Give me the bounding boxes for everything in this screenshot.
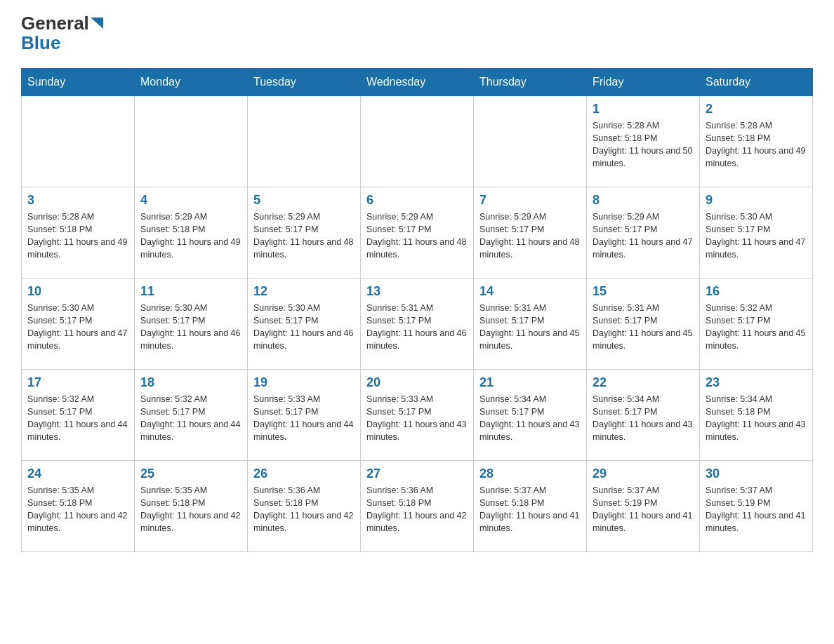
calendar-cell: 11Sunrise: 5:30 AMSunset: 5:17 PMDayligh… (135, 279, 248, 370)
calendar-cell: 14Sunrise: 5:31 AMSunset: 5:17 PMDayligh… (474, 279, 587, 370)
page-header: General Blue (21, 14, 813, 54)
calendar-cell: 8Sunrise: 5:29 AMSunset: 5:17 PMDaylight… (587, 187, 700, 279)
calendar-cell: 15Sunrise: 5:31 AMSunset: 5:17 PMDayligh… (587, 279, 700, 370)
day-info: Sunrise: 5:28 AMSunset: 5:18 PMDaylight:… (706, 119, 807, 170)
day-number: 5 (253, 193, 355, 208)
day-number: 30 (706, 467, 807, 481)
day-number: 4 (140, 193, 241, 208)
calendar-header-wednesday: Wednesday (361, 69, 474, 96)
day-info: Sunrise: 5:36 AMSunset: 5:18 PMDaylight:… (366, 484, 468, 535)
day-info: Sunrise: 5:33 AMSunset: 5:17 PMDaylight:… (366, 393, 468, 444)
day-info: Sunrise: 5:31 AMSunset: 5:17 PMDaylight:… (366, 302, 468, 353)
day-info: Sunrise: 5:29 AMSunset: 5:17 PMDaylight:… (253, 210, 355, 262)
day-number: 22 (593, 375, 694, 390)
day-info: Sunrise: 5:29 AMSunset: 5:17 PMDaylight:… (593, 210, 694, 262)
day-number: 23 (706, 375, 807, 390)
day-number: 6 (366, 193, 468, 208)
day-number: 29 (593, 467, 694, 481)
day-info: Sunrise: 5:30 AMSunset: 5:17 PMDaylight:… (706, 210, 807, 262)
calendar-cell: 24Sunrise: 5:35 AMSunset: 5:18 PMDayligh… (22, 461, 135, 552)
day-info: Sunrise: 5:29 AMSunset: 5:17 PMDaylight:… (366, 210, 468, 262)
day-info: Sunrise: 5:37 AMSunset: 5:19 PMDaylight:… (706, 484, 807, 535)
calendar-cell: 27Sunrise: 5:36 AMSunset: 5:18 PMDayligh… (361, 461, 474, 552)
week-row-4: 17Sunrise: 5:32 AMSunset: 5:17 PMDayligh… (22, 370, 813, 461)
day-info: Sunrise: 5:34 AMSunset: 5:17 PMDaylight:… (479, 393, 581, 444)
calendar-cell: 17Sunrise: 5:32 AMSunset: 5:17 PMDayligh… (22, 370, 135, 461)
day-number: 7 (479, 193, 581, 208)
day-number: 9 (706, 193, 807, 208)
calendar-cell: 28Sunrise: 5:37 AMSunset: 5:18 PMDayligh… (474, 461, 587, 552)
day-info: Sunrise: 5:37 AMSunset: 5:18 PMDaylight:… (479, 484, 581, 535)
day-info: Sunrise: 5:31 AMSunset: 5:17 PMDaylight:… (479, 302, 581, 353)
calendar-cell: 22Sunrise: 5:34 AMSunset: 5:17 PMDayligh… (587, 370, 700, 461)
day-number: 24 (27, 467, 128, 481)
calendar-cell: 3Sunrise: 5:28 AMSunset: 5:18 PMDaylight… (22, 187, 135, 279)
calendar-cell: 5Sunrise: 5:29 AMSunset: 5:17 PMDaylight… (248, 187, 361, 279)
calendar-cell: 10Sunrise: 5:30 AMSunset: 5:17 PMDayligh… (22, 279, 135, 370)
logo-triangle-icon (91, 18, 103, 30)
day-number: 2 (706, 102, 807, 116)
day-info: Sunrise: 5:33 AMSunset: 5:17 PMDaylight:… (253, 393, 355, 444)
calendar-table: SundayMondayTuesdayWednesdayThursdayFrid… (21, 68, 813, 552)
calendar-cell (22, 96, 135, 187)
calendar-cell: 1Sunrise: 5:28 AMSunset: 5:18 PMDaylight… (587, 96, 700, 187)
calendar-header-thursday: Thursday (474, 69, 587, 96)
day-info: Sunrise: 5:32 AMSunset: 5:17 PMDaylight:… (140, 393, 241, 444)
day-number: 15 (593, 284, 694, 299)
day-number: 12 (253, 284, 355, 299)
day-info: Sunrise: 5:30 AMSunset: 5:17 PMDaylight:… (253, 302, 355, 353)
day-number: 20 (366, 375, 468, 390)
calendar-cell: 30Sunrise: 5:37 AMSunset: 5:19 PMDayligh… (700, 461, 813, 552)
svg-marker-0 (91, 18, 103, 29)
day-number: 3 (27, 193, 128, 208)
calendar-cell: 6Sunrise: 5:29 AMSunset: 5:17 PMDaylight… (361, 187, 474, 279)
calendar-header-friday: Friday (587, 69, 700, 96)
logo-blue-text: Blue (21, 32, 60, 54)
calendar-header-monday: Monday (135, 69, 248, 96)
logo-general-text: General (21, 14, 89, 32)
day-number: 28 (479, 467, 581, 481)
week-row-3: 10Sunrise: 5:30 AMSunset: 5:17 PMDayligh… (22, 279, 813, 370)
calendar-header-sunday: Sunday (22, 69, 135, 96)
day-number: 26 (253, 467, 355, 481)
calendar-cell: 19Sunrise: 5:33 AMSunset: 5:17 PMDayligh… (248, 370, 361, 461)
calendar-cell: 16Sunrise: 5:32 AMSunset: 5:17 PMDayligh… (700, 279, 813, 370)
calendar-cell: 13Sunrise: 5:31 AMSunset: 5:17 PMDayligh… (361, 279, 474, 370)
day-info: Sunrise: 5:29 AMSunset: 5:18 PMDaylight:… (140, 210, 241, 262)
calendar-header-saturday: Saturday (700, 69, 813, 96)
day-info: Sunrise: 5:34 AMSunset: 5:18 PMDaylight:… (706, 393, 807, 444)
week-row-1: 1Sunrise: 5:28 AMSunset: 5:18 PMDaylight… (22, 96, 813, 187)
calendar-cell: 2Sunrise: 5:28 AMSunset: 5:18 PMDaylight… (700, 96, 813, 187)
day-number: 8 (593, 193, 694, 208)
day-info: Sunrise: 5:36 AMSunset: 5:18 PMDaylight:… (253, 484, 355, 535)
day-number: 14 (479, 284, 581, 299)
calendar-cell: 7Sunrise: 5:29 AMSunset: 5:17 PMDaylight… (474, 187, 587, 279)
day-info: Sunrise: 5:32 AMSunset: 5:17 PMDaylight:… (27, 393, 128, 444)
day-info: Sunrise: 5:32 AMSunset: 5:17 PMDaylight:… (706, 302, 807, 353)
day-info: Sunrise: 5:30 AMSunset: 5:17 PMDaylight:… (140, 302, 241, 353)
calendar-cell: 23Sunrise: 5:34 AMSunset: 5:18 PMDayligh… (700, 370, 813, 461)
day-number: 25 (140, 467, 241, 481)
day-info: Sunrise: 5:28 AMSunset: 5:18 PMDaylight:… (27, 210, 128, 262)
day-number: 10 (27, 284, 128, 299)
week-row-5: 24Sunrise: 5:35 AMSunset: 5:18 PMDayligh… (22, 461, 813, 552)
calendar-cell: 20Sunrise: 5:33 AMSunset: 5:17 PMDayligh… (361, 370, 474, 461)
day-info: Sunrise: 5:34 AMSunset: 5:17 PMDaylight:… (593, 393, 694, 444)
day-info: Sunrise: 5:30 AMSunset: 5:17 PMDaylight:… (27, 302, 128, 353)
day-number: 1 (593, 102, 694, 116)
calendar-cell: 12Sunrise: 5:30 AMSunset: 5:17 PMDayligh… (248, 279, 361, 370)
calendar-cell: 26Sunrise: 5:36 AMSunset: 5:18 PMDayligh… (248, 461, 361, 552)
day-number: 27 (366, 467, 468, 481)
calendar-cell (248, 96, 361, 187)
day-number: 17 (27, 375, 128, 390)
week-row-2: 3Sunrise: 5:28 AMSunset: 5:18 PMDaylight… (22, 187, 813, 279)
calendar-cell: 25Sunrise: 5:35 AMSunset: 5:18 PMDayligh… (135, 461, 248, 552)
day-info: Sunrise: 5:29 AMSunset: 5:17 PMDaylight:… (479, 210, 581, 262)
calendar-cell: 9Sunrise: 5:30 AMSunset: 5:17 PMDaylight… (700, 187, 813, 279)
calendar-header-row: SundayMondayTuesdayWednesdayThursdayFrid… (22, 69, 813, 96)
calendar-cell (135, 96, 248, 187)
calendar-cell: 18Sunrise: 5:32 AMSunset: 5:17 PMDayligh… (135, 370, 248, 461)
calendar-cell: 4Sunrise: 5:29 AMSunset: 5:18 PMDaylight… (135, 187, 248, 279)
calendar-cell: 29Sunrise: 5:37 AMSunset: 5:19 PMDayligh… (587, 461, 700, 552)
day-info: Sunrise: 5:37 AMSunset: 5:19 PMDaylight:… (593, 484, 694, 535)
